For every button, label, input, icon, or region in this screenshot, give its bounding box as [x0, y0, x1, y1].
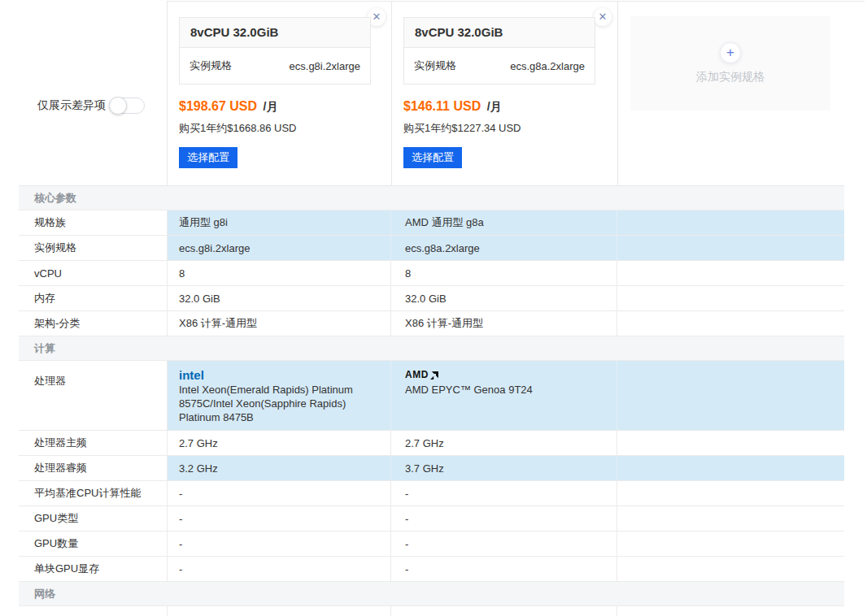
- table-row: 实例规格 ecs.g8i.2xlarge ecs.g8a.2xlarge: [19, 236, 844, 261]
- cell-empty: [617, 361, 844, 430]
- instance-comparison-page: 仅展示差异项 ✕ 8vCPU 32.0GiB 实例规格 ecs.g8i.2xla…: [0, 0, 867, 616]
- cell-empty: [617, 210, 844, 235]
- spec-box: 8vCPU 32.0GiB 实例规格 ecs.g8a.2xlarge: [403, 17, 595, 85]
- cell-instance1: intel Intel Xeon(Emerald Rapids) Platinu…: [168, 361, 391, 430]
- intel-logo: intel: [179, 367, 377, 383]
- cell-empty: [617, 456, 844, 480]
- row-label: 平均基准CPU计算性能: [19, 481, 168, 505]
- cell-empty: [617, 311, 844, 336]
- diff-only-label: 仅展示差异项: [37, 98, 106, 113]
- cell-instance1: 2.7 GHz: [168, 431, 391, 455]
- table-row: 平均基准CPU计算性能 - -: [19, 481, 844, 506]
- cell-instance1: -: [168, 531, 391, 556]
- select-config-button[interactable]: 选择配置: [403, 147, 462, 168]
- cell-instance2: X86 计算-通用型: [391, 311, 617, 336]
- row-label: 单块GPU显存: [19, 557, 168, 581]
- cell-instance2: AMD 通用型 g8a: [391, 210, 617, 235]
- cell-instance2: -: [391, 531, 617, 556]
- cell-empty: [617, 506, 844, 531]
- monthly-price: $198.67 USD: [179, 99, 257, 113]
- row-label: vCPU: [19, 261, 168, 285]
- spec-box: 8vCPU 32.0GiB 实例规格 ecs.g8i.2xlarge: [179, 17, 371, 85]
- instance-card-2: ✕ 8vCPU 32.0GiB 实例规格 ecs.g8a.2xlarge $14…: [391, 0, 617, 185]
- comparison-table: 核心参数 规格族 通用型 g8i AMD 通用型 g8a 实例规格 ecs.g8…: [19, 185, 844, 616]
- table-row-partial: [19, 606, 844, 616]
- select-config-button[interactable]: 选择配置: [179, 147, 237, 168]
- row-label: 内存: [19, 286, 168, 310]
- cell-instance1: ecs.g8i.2xlarge: [168, 236, 391, 260]
- cell-instance2: [391, 606, 617, 616]
- section-row-compute: 计算: [19, 336, 844, 361]
- cell-empty: [617, 431, 844, 455]
- add-instance-label: 添加实例规格: [696, 70, 765, 85]
- row-label: 处理器: [19, 361, 168, 430]
- row-label: [19, 606, 168, 616]
- row-label: 规格族: [19, 210, 168, 235]
- cell-instance1: 32.0 GiB: [168, 286, 391, 310]
- cell-empty: [617, 481, 844, 505]
- table-row: 规格族 通用型 g8i AMD 通用型 g8a: [19, 210, 844, 236]
- cell-empty: [617, 557, 844, 581]
- row-label: GPU类型: [19, 506, 168, 531]
- cell-instance2: -: [391, 481, 617, 505]
- spec-value: ecs.g8i.2xlarge: [290, 60, 360, 72]
- row-label: 处理器睿频: [19, 456, 168, 480]
- cell-empty: [617, 236, 844, 260]
- cell-instance2: AMD AMD EPYC™ Genoa 9T24: [391, 361, 617, 430]
- cell-instance1: 8: [168, 261, 391, 285]
- cell-empty: [617, 261, 844, 285]
- table-row: GPU类型 - -: [19, 506, 844, 531]
- table-row-processor: 处理器 intel Intel Xeon(Emerald Rapids) Pla…: [19, 361, 844, 431]
- price-unit: /月: [264, 100, 278, 113]
- yearly-price: 购买1年约$1668.86 USD: [179, 121, 297, 136]
- price-line: $146.11 USD /月: [403, 99, 502, 115]
- table-row: 单块GPU显存 - -: [19, 557, 844, 582]
- add-instance-column: + 添加实例规格: [617, 0, 867, 185]
- cell-instance2: -: [391, 557, 617, 581]
- table-row: GPU数量 - -: [19, 531, 844, 557]
- row-label: GPU数量: [19, 531, 168, 556]
- monthly-price: $146.11 USD: [403, 99, 481, 113]
- cell-instance2: -: [391, 506, 617, 531]
- cell-instance1: -: [168, 557, 391, 581]
- price-unit: /月: [487, 100, 502, 113]
- section-row-core: 核心参数: [19, 186, 844, 210]
- yearly-price: 购买1年约$1227.34 USD: [403, 121, 521, 136]
- cell-instance2: ecs.g8a.2xlarge: [391, 236, 617, 260]
- cell-empty: [617, 286, 844, 310]
- table-row: 处理器睿频 3.2 GHz 3.7 GHz: [19, 456, 844, 481]
- card-title: 8vCPU 32.0GiB: [180, 18, 370, 48]
- cell-instance1: [168, 606, 391, 616]
- plus-icon: +: [720, 42, 741, 63]
- price-line: $198.67 USD /月: [179, 99, 277, 115]
- toggle-knob: [109, 97, 127, 115]
- add-instance-card[interactable]: + 添加实例规格: [630, 16, 830, 111]
- amd-logo: AMD: [405, 367, 533, 383]
- cell-instance1: -: [168, 506, 391, 531]
- table-row: 架构-分类 X86 计算-通用型 X86 计算-通用型: [19, 311, 844, 336]
- instance-card-1: ✕ 8vCPU 32.0GiB 实例规格 ecs.g8i.2xlarge $19…: [167, 0, 391, 185]
- spec-label: 实例规格: [414, 59, 456, 73]
- row-label: 实例规格: [19, 236, 168, 260]
- cell-instance1: -: [168, 481, 391, 505]
- cell-instance2: 32.0 GiB: [391, 286, 617, 310]
- processor-text: Intel Xeon(Emerald Rapids) Platinum 8575…: [179, 384, 353, 423]
- cell-instance2: 2.7 GHz: [391, 431, 617, 455]
- diff-only-control: 仅展示差异项: [37, 96, 145, 115]
- diff-only-toggle[interactable]: [109, 98, 145, 114]
- cell-empty: [617, 531, 844, 556]
- table-row: vCPU 8 8: [19, 261, 844, 286]
- cell-instance1: 通用型 g8i: [168, 210, 391, 235]
- spec-label: 实例规格: [190, 59, 232, 73]
- amd-arrow-icon: [430, 371, 438, 380]
- cell-instance1: X86 计算-通用型: [168, 311, 391, 336]
- cell-empty: [617, 606, 844, 616]
- row-label: 处理器主频: [19, 431, 168, 455]
- cell-instance2: 3.7 GHz: [391, 456, 617, 480]
- close-icon[interactable]: ✕: [594, 8, 612, 26]
- cell-instance1: 3.2 GHz: [168, 456, 391, 480]
- table-row: 处理器主频 2.7 GHz 2.7 GHz: [19, 431, 844, 456]
- table-row: 内存 32.0 GiB 32.0 GiB: [19, 286, 844, 311]
- cell-instance2: 8: [391, 261, 617, 285]
- section-row-network: 网络: [19, 582, 844, 606]
